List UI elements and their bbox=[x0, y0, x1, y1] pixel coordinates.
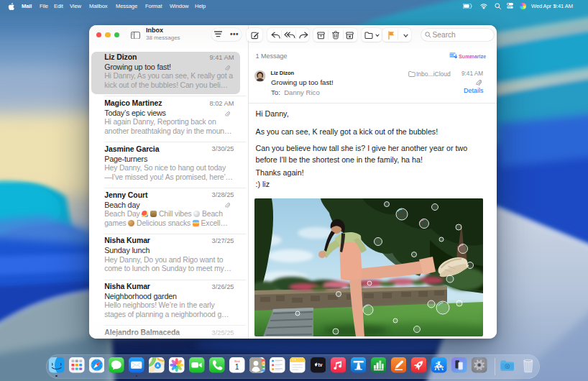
svg-text:1: 1 bbox=[235, 362, 239, 371]
svg-text:tv: tv bbox=[318, 362, 322, 367]
